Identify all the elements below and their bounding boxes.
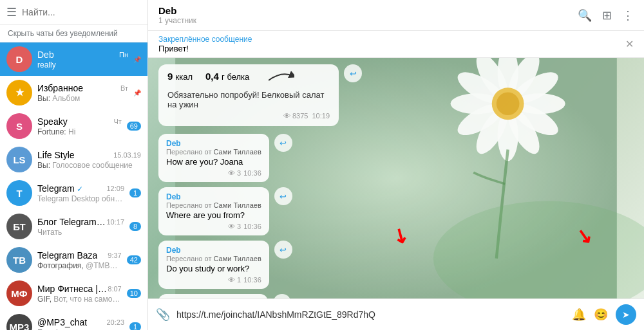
pinned-label: Закреплённое сообщение [158, 35, 252, 44]
nutrition-card-row: 9 ккал 0,4 г белка Обязательно попробуй!… [158, 64, 634, 129]
chat-item-lifestyle[interactable]: LSLife Style15.03.19Вы: Голосовое сообще… [0, 143, 147, 176]
chat-time: Чт [113, 118, 121, 125]
chat-name: Deb [37, 50, 54, 60]
avatar: MP3 [6, 314, 32, 330]
message-row: Deb Переслано от JOANA D'ARC Study 👁 3 1… [158, 294, 634, 298]
chat-name: @MP3_chat [37, 317, 87, 327]
message-row: Deb Переслано от Сами Тиллаев How are yo… [158, 134, 634, 182]
chat-name: Speaky [37, 116, 68, 127]
verified-icon: ✓ [75, 185, 83, 194]
chat-name: Мир Фитнеса | FitnessRU [37, 284, 108, 294]
avatar: МФ [6, 280, 32, 306]
forward-button[interactable]: ↩ [344, 64, 362, 82]
nutrition-card: 9 ккал 0,4 г белка Обязательно попробуй!… [158, 64, 339, 126]
chat-time: Вт [120, 84, 128, 92]
chat-item-izbrannoye[interactable]: ★ИзбранноеВтВы: Альбом📌 [0, 76, 147, 109]
badge: 1 [129, 188, 141, 197]
forward-button[interactable]: ↩ [274, 241, 292, 259]
msg-fwd-from: Сами Тиллаев [214, 255, 261, 262]
nutrition-desc: Обязательно попробуй! Белковый салат на … [167, 90, 330, 109]
msg-fwd-from: Сами Тиллаев [214, 148, 261, 156]
chat-top: Блог Telegram'щика10:17 [37, 217, 124, 227]
msg-views: 👁 3 [228, 223, 241, 230]
avatar: ★ [6, 80, 32, 105]
attachment-icon[interactable]: 📎 [156, 307, 170, 322]
chat-top: Telegram Baza9:37 [37, 250, 122, 261]
message-bubble: Deb Переслано от Сами Тиллаев How are yo… [158, 134, 269, 182]
forward-button[interactable]: ↩ [274, 134, 292, 152]
msg-fwd-label: Переслано от Сами Тиллаев [166, 148, 261, 156]
msg-views: 👁 8375 [283, 112, 308, 120]
chat-item-telegram[interactable]: TTelegram ✓12:09Telegram Desktop обновил… [0, 176, 147, 210]
chat-top: Мир Фитнеса | FitnessRU8:07 [37, 284, 122, 294]
chat-preview: Egor Ivanov теперь в группе [37, 328, 124, 331]
arrow-decoration [269, 71, 294, 84]
msg-time: 10:36 [243, 169, 261, 177]
chat-top: Telegram ✓12:09 [37, 183, 124, 194]
chat-time: 20:23 [106, 318, 124, 326]
search-icon[interactable]: 🔍 [578, 8, 592, 23]
msg-views: 👁 1 [228, 276, 241, 284]
chat-content: Life Style15.03.19Вы: Голосовое сообщени… [37, 150, 141, 170]
chat-content: @MP3_chat20:23Egor Ivanov теперь в групп… [37, 317, 124, 331]
chat-item-mp3-chat[interactable]: MP3@MP3_chat20:23Egor Ivanov теперь в гр… [0, 310, 147, 330]
chat-content: Блог Telegram'щика10:17Читать [37, 217, 124, 237]
chat-name: Life Style [37, 150, 75, 160]
send-button[interactable]: ➤ [616, 304, 636, 325]
chat-preview: Фотография, @TMBotsStore... [37, 261, 122, 270]
chat-time: Пн [119, 51, 128, 59]
chat-top: ИзбранноеВт [37, 83, 128, 93]
hamburger-icon[interactable]: ☰ [6, 5, 17, 19]
chat-preview: Вы: Голосовое сообщение [37, 161, 141, 170]
pinned-bar[interactable]: Закреплённое сообщение Привет! ✕ [148, 31, 644, 58]
pin-icon: 📌 [133, 56, 141, 63]
msg-text: Where are you from? [166, 210, 261, 220]
chat-item-speaky[interactable]: SSpeakyЧтFortune: Hi69 [0, 109, 147, 143]
avatar: LS [6, 147, 32, 172]
chat-name: Telegram ✓ [37, 183, 83, 194]
msg-text: Do you study or work? [166, 264, 261, 273]
chat-preview: Fortune: Hi [37, 127, 122, 136]
chat-content: Telegram ✓12:09Telegram Desktop обновилс… [37, 183, 124, 203]
chat-item-deb[interactable]: DDebПнreally📌 [0, 42, 147, 76]
chat-top: SpeakyЧт [37, 116, 122, 127]
chat-item-blog-telegram[interactable]: БТБлог Telegram'щика10:17Читать8 [0, 210, 147, 243]
chat-item-fitness[interactable]: МФМир Фитнеса | FitnessRU8:07GIF, Вот, ч… [0, 277, 147, 310]
bell-icon[interactable]: 🔔 [572, 307, 586, 322]
msg-fwd-label: Переслано от Сами Тиллаев [166, 255, 261, 262]
msg-time: 10:36 [243, 276, 261, 284]
message-bubble: Deb Переслано от Сами Тиллаев Where are … [158, 187, 269, 235]
chat-item-telegram-baza[interactable]: TBTelegram Baza9:37Фотография, @TMBotsSt… [0, 243, 147, 277]
chat-time: 12:09 [106, 185, 124, 192]
chat-top: Life Style15.03.19 [37, 150, 141, 160]
more-icon[interactable]: ⋮ [622, 8, 634, 23]
badge: 8 [129, 222, 141, 231]
pinned-content: Закреплённое сообщение Привет! [158, 35, 252, 53]
chat-time: 8:07 [108, 285, 121, 293]
forward-button[interactable]: ↩ [273, 294, 291, 298]
kcal-value: 9 ккал [167, 71, 193, 82]
chat-preview: really [37, 60, 128, 69]
forward-button[interactable]: ↩ [274, 187, 292, 205]
search-input[interactable] [22, 7, 141, 17]
columns-icon[interactable]: ⊞ [602, 8, 612, 23]
message-input[interactable] [176, 309, 565, 320]
messages-content: 9 ккал 0,4 г белка Обязательно попробуй!… [148, 58, 644, 298]
sidebar: ☰ Скрыть чаты без уведомлений DDebПнreal… [0, 0, 148, 330]
avatar: T [6, 180, 32, 206]
chat-top: @MP3_chat20:23 [37, 317, 124, 327]
badge: 10 [127, 289, 141, 298]
hide-chats-bar[interactable]: Скрыть чаты без уведомлений [0, 25, 147, 42]
chat-preview: Вы: Альбом [37, 94, 128, 103]
chat-name: Telegram Baza [37, 250, 97, 261]
avatar: S [6, 113, 32, 139]
chat-time: 9:37 [108, 252, 121, 259]
pinned-close-icon[interactable]: ✕ [625, 38, 634, 50]
badge: 42 [127, 255, 141, 264]
msg-time: 10:36 [243, 223, 261, 230]
chat-top: DebПн [37, 50, 128, 60]
chat-header-name: Deb [158, 5, 578, 16]
sidebar-header: ☰ [0, 0, 147, 25]
emoji-icon[interactable]: 😊 [594, 307, 608, 322]
chat-header: Deb 1 участник 🔍 ⊞ ⋮ [148, 0, 644, 31]
